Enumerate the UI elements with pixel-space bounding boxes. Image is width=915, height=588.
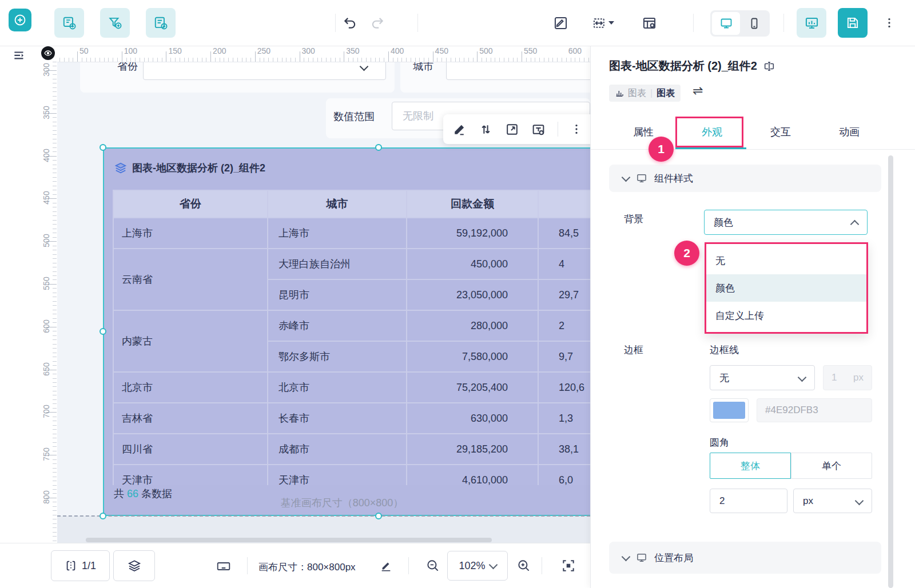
add-component-button[interactable] [54, 8, 84, 38]
add-button[interactable] [9, 9, 31, 31]
zoom-level-value: 102% [459, 560, 485, 572]
spacing-icon [592, 15, 607, 31]
ruler-label: 350 [346, 46, 359, 55]
border-line-select[interactable]: 无 [710, 365, 815, 390]
zoom-level-select[interactable]: 102% [447, 551, 508, 581]
swap-component-icon[interactable]: ⇌ [693, 83, 703, 98]
tab-properties[interactable]: 属性 [609, 125, 678, 139]
ruler-label: 600 [42, 315, 51, 338]
canvas-size-label: 画布尺寸：800×800px [258, 561, 356, 574]
province-select[interactable] [143, 62, 386, 80]
horizontal-ruler[interactable]: 50100150200250300350400450500550600 [57, 46, 590, 62]
text-settings-button[interactable] [531, 122, 546, 137]
component-toolbar [443, 114, 590, 144]
spacing-button[interactable] [590, 14, 615, 31]
background-select[interactable]: 颜色 [704, 210, 868, 235]
table-row: 吉林省长春市630,0001,3 [113, 403, 590, 434]
panel-scrollbar[interactable] [888, 155, 893, 588]
radius-unit-select[interactable]: px [793, 489, 872, 513]
table-cell-province: 云南省 [113, 249, 268, 310]
ruler-label: 600 [568, 46, 582, 55]
component-title: 图表-地区数据分析 (2)_组件2 [132, 161, 265, 175]
chevron-down-icon [360, 62, 369, 71]
table-header-row: 省份城市回款金额合同金额 [113, 190, 590, 218]
design-tools-button[interactable] [552, 14, 569, 31]
selection-handle-bottom-mid[interactable] [375, 513, 382, 519]
selection-handle-bottom-left[interactable] [100, 513, 106, 519]
chevron-down-icon [622, 552, 631, 561]
edit-pencil-button[interactable] [452, 122, 467, 137]
ruler-label: 300 [302, 46, 315, 55]
keyboard-icon [216, 559, 231, 574]
tab-interaction[interactable]: 交互 [746, 125, 815, 139]
table-cell-amount: 7,580,000 [407, 341, 538, 372]
zoom-in-button[interactable] [516, 558, 531, 573]
add-form-button[interactable] [146, 8, 176, 38]
section-component-style[interactable]: 组件样式 [609, 165, 881, 192]
toolbar-divider [693, 14, 694, 32]
keyboard-shortcuts-button[interactable] [216, 559, 231, 574]
design-canvas[interactable]: 省份 城市 数值范围 无限制 图表-地区数据分析 (2)_组件2 省份城市回款金… [57, 62, 590, 543]
redo-button[interactable] [369, 14, 386, 31]
radius-value-input[interactable]: 2 [710, 489, 787, 513]
dropdown-option-none[interactable]: 无 [706, 247, 866, 274]
ruler-label: 700 [42, 400, 51, 423]
border-color-swatch[interactable] [710, 398, 749, 422]
radius-mode-whole[interactable]: 整体 [710, 453, 791, 479]
save-button[interactable] [838, 8, 868, 38]
table-cell-city: 成都市 [268, 434, 407, 465]
expand-button[interactable] [505, 122, 519, 137]
add-filter-button[interactable] [100, 8, 130, 38]
fit-screen-button[interactable] [561, 558, 576, 573]
table-cell-amount: 450,000 [407, 249, 538, 279]
add-form-icon [153, 15, 168, 30]
table-component[interactable]: 图表-地区数据分析 (2)_组件2 省份城市回款金额合同金额 上海市上海市59,… [103, 147, 590, 516]
radius-mode-single[interactable]: 单个 [791, 453, 872, 479]
page-settings-button[interactable] [640, 14, 658, 31]
chevron-down-icon [488, 560, 498, 569]
add-component-icon [62, 15, 77, 30]
dropdown-option-custom-upload[interactable]: 自定义上传 [706, 302, 866, 329]
add-filter-icon [108, 15, 122, 30]
toolbar-more-button[interactable] [881, 14, 898, 31]
horizontal-scrollbar[interactable] [86, 538, 492, 542]
table-row: 四川省成都市29,185,20038,1 [113, 434, 590, 465]
table-cell-amount: 59,192,000 [407, 218, 538, 249]
ruler-eye-button[interactable] [41, 46, 55, 60]
device-mobile-button[interactable] [740, 12, 768, 35]
expand-sidebar-button[interactable] [10, 48, 29, 64]
ruler-label: 550 [42, 272, 51, 295]
section-position-layout[interactable]: 位置布局 [609, 542, 881, 574]
ruler-label: 50 [79, 46, 89, 55]
fit-screen-icon [561, 558, 576, 573]
page-indicator-button[interactable]: 1/1 [51, 550, 110, 581]
component-more-button[interactable] [570, 123, 583, 135]
table-cell-city: 昆明市 [268, 279, 407, 310]
active-tab-underline [675, 147, 746, 149]
page-settings-icon [642, 15, 657, 31]
edit-canvas-size-button[interactable] [380, 559, 392, 572]
layers-button[interactable] [113, 550, 155, 581]
move-updown-button[interactable] [479, 122, 493, 137]
layers-icon [128, 559, 141, 573]
city-input[interactable] [446, 62, 590, 80]
ruler-corner [40, 46, 57, 62]
edit-pencil-icon [380, 559, 392, 572]
zoom-out-button[interactable] [425, 558, 440, 573]
selection-handle-left-mid[interactable] [100, 328, 106, 335]
table-header-cell: 城市 [268, 190, 407, 218]
selection-handle-top-mid[interactable] [375, 144, 382, 151]
vertical-ruler[interactable]: 300350400450500550600650700750800 [40, 62, 57, 543]
device-desktop-button[interactable] [712, 12, 740, 35]
tab-animation[interactable]: 动画 [815, 125, 884, 139]
rename-icon[interactable] [763, 60, 775, 73]
swatch-color [713, 402, 745, 419]
dropdown-option-color[interactable]: 颜色 [706, 274, 866, 302]
table-cell-province: 上海市 [113, 218, 268, 249]
preview-button[interactable] [797, 8, 826, 38]
table-row: 上海市上海市59,192,00084,5 [113, 218, 590, 249]
selection-handle-top-left[interactable] [100, 144, 106, 151]
component-type-chip[interactable]: 图表 | 图表 [609, 85, 681, 102]
annotation-badge-1: 1 [649, 137, 674, 162]
undo-button[interactable] [341, 14, 359, 31]
